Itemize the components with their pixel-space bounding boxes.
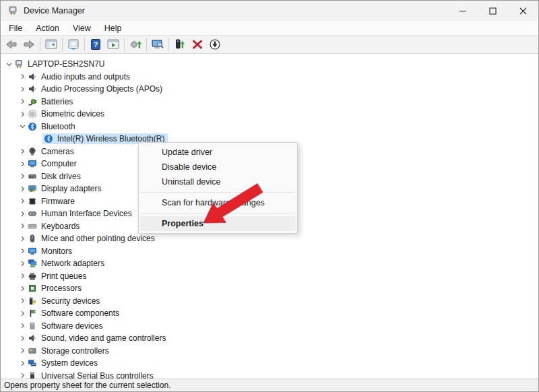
chevron-right-icon[interactable] (17, 346, 28, 356)
usb-icon (28, 371, 37, 379)
update-driver-button[interactable] (127, 36, 144, 53)
action-pane-button[interactable] (104, 36, 122, 53)
tree-item-label: Batteries (41, 97, 73, 106)
tree-item-processors[interactable]: Processors (1, 282, 538, 295)
context-menu-item-properties[interactable]: Properties (140, 216, 296, 231)
tree-item-label: Bluetooth (41, 122, 75, 131)
context-menu-item-scan-for-hardware-changes[interactable]: Scan for hardware changes (140, 195, 296, 210)
tree-item-batteries[interactable]: Batteries (1, 96, 538, 108)
speaker-icon (28, 333, 37, 343)
menu-file[interactable]: File (2, 22, 29, 34)
printer-icon (28, 271, 37, 281)
chevron-right-icon[interactable] (17, 321, 28, 331)
chevron-right-icon[interactable] (17, 283, 28, 294)
chevron-right-icon[interactable] (17, 233, 28, 244)
back-button[interactable] (3, 36, 20, 53)
system-icon (28, 358, 37, 368)
camera-icon (28, 147, 37, 156)
tree-item-network-adapters[interactable]: Network adapters (1, 257, 538, 270)
bluetooth-icon (44, 134, 53, 143)
chevron-right-icon[interactable] (17, 308, 28, 319)
tree-item-mice-and-other-pointing-devices[interactable]: Mice and other pointing devices (1, 232, 538, 245)
tree-item-label: LAPTOP-ESH2SN7U (28, 59, 105, 69)
chevron-right-icon[interactable] (17, 333, 28, 344)
tree-item-label: Software devices (41, 321, 102, 331)
forward-button[interactable] (20, 36, 38, 53)
chevron-right-icon[interactable] (17, 208, 28, 219)
chevron-right-icon[interactable] (17, 146, 28, 157)
disable-device-button[interactable] (206, 36, 224, 53)
tree-item-audio-processing-objects-apos[interactable]: Audio Processing Objects (APOs) (1, 83, 538, 96)
chevron-right-icon[interactable] (17, 71, 28, 82)
tree-item-label: Display adapters (41, 184, 101, 193)
toolbar-separator (168, 38, 169, 51)
storage-icon (28, 346, 37, 356)
chevron-right-icon[interactable] (17, 108, 28, 119)
tree-item-label: Mice and other pointing devices (41, 234, 155, 243)
monitor-search-icon (151, 38, 164, 51)
uninstall-device-button[interactable] (189, 36, 206, 53)
tree-item-software-devices[interactable]: Software devices (1, 320, 538, 333)
tree-item-biometric-devices[interactable]: Biometric devices (1, 108, 538, 121)
tree-item-storage-controllers[interactable]: Storage controllers (1, 345, 538, 358)
device-manager-window: Device Manager File Action View Help ? L… (0, 0, 539, 392)
tree-item-label: Universal Serial Bus controllers (41, 371, 154, 379)
processor-icon (28, 284, 37, 293)
context-menu-item-disable-device[interactable]: Disable device (140, 160, 296, 174)
chevron-right-icon[interactable] (17, 271, 28, 282)
tree-item-laptop-esh2sn7u[interactable]: LAPTOP-ESH2SN7U (1, 58, 538, 71)
window-properties-icon (67, 38, 80, 51)
chevron-right-icon[interactable] (17, 370, 28, 379)
tree-item-label: Security devices (41, 296, 100, 306)
title-bar: Device Manager (1, 1, 538, 21)
close-button[interactable] (508, 1, 538, 21)
fingerprint-icon (28, 109, 37, 119)
tree-item-label: Disk drives (41, 172, 81, 181)
chevron-right-icon[interactable] (17, 246, 28, 257)
bluetooth-icon (28, 122, 37, 131)
chevron-right-icon[interactable] (17, 296, 28, 306)
tree-item-monitors[interactable]: Monitors (1, 245, 538, 258)
console-tree-button[interactable] (42, 36, 60, 53)
tree-item-label: Storage controllers (41, 346, 109, 356)
chevron-right-icon[interactable] (17, 196, 28, 207)
scan-hardware-changes-button[interactable] (149, 36, 166, 53)
chevron-right-icon[interactable] (17, 158, 28, 169)
chevron-down-icon[interactable] (3, 59, 14, 69)
minimize-button[interactable] (447, 1, 478, 21)
tree-item-label: Biometric devices (41, 109, 104, 119)
chevron-right-icon[interactable] (17, 258, 28, 269)
add-drivers-button[interactable] (171, 36, 189, 53)
chevron-right-icon[interactable] (17, 96, 28, 107)
toolbar-separator (124, 38, 125, 51)
tree-item-system-devices[interactable]: System devices (1, 357, 538, 370)
tree-item-universal-serial-bus-controllers[interactable]: Universal Serial Bus controllers (1, 370, 538, 379)
toolbar-separator (146, 38, 147, 51)
status-text: Opens property sheet for the current sel… (4, 381, 170, 390)
security-icon (28, 296, 37, 306)
menu-view[interactable]: View (66, 22, 98, 34)
tree-item-label: Human Interface Devices (41, 209, 132, 218)
chevron-right-icon[interactable] (17, 84, 28, 94)
tree-item-print-queues[interactable]: Print queues (1, 270, 538, 283)
context-menu-item-uninstall-device[interactable]: Uninstall device (140, 174, 296, 189)
help-button[interactable]: ? (87, 36, 104, 53)
chevron-right-icon[interactable] (17, 221, 28, 232)
svg-text:?: ? (94, 40, 98, 48)
tree-item-audio-inputs-and-outputs[interactable]: Audio inputs and outputs (1, 71, 538, 84)
tree-item-bluetooth[interactable]: Bluetooth (1, 121, 538, 133)
tree-item-sound-video-and-game-controllers[interactable]: Sound, video and game controllers (1, 332, 538, 345)
maximize-button[interactable] (478, 1, 508, 21)
chevron-right-icon[interactable] (17, 183, 28, 194)
tree-item-software-components[interactable]: Software components (1, 307, 538, 320)
context-menu-item-update-driver[interactable]: Update driver (140, 145, 296, 160)
chevron-right-icon[interactable] (17, 358, 28, 368)
properties-pane-button[interactable] (65, 36, 82, 53)
tree-item-label: Firmware (41, 197, 75, 206)
window-controls (447, 1, 538, 21)
chevron-right-icon[interactable] (17, 171, 28, 182)
tree-item-security-devices[interactable]: Security devices (1, 295, 538, 308)
menu-help[interactable]: Help (98, 22, 129, 34)
menu-action[interactable]: Action (29, 22, 66, 34)
chevron-down-icon[interactable] (17, 121, 28, 132)
